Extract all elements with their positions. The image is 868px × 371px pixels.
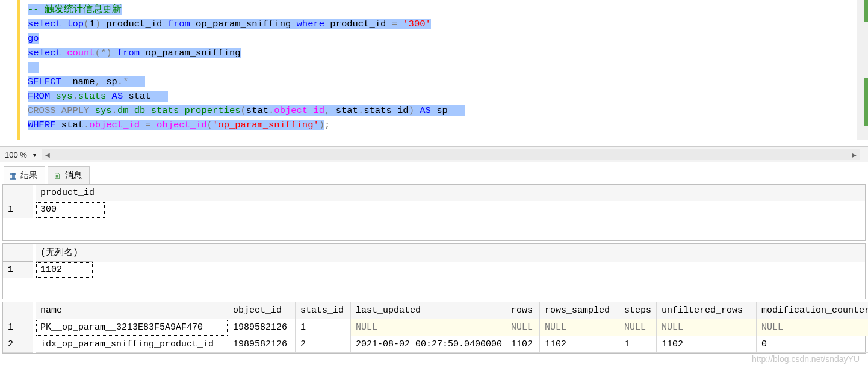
sql-editor-pane[interactable]: -- 触发统计信息更新select top(1) product_id from… bbox=[0, 0, 868, 147]
column-header[interactable]: rows bbox=[506, 302, 540, 319]
result-grid-2[interactable]: (无列名)11102 bbox=[2, 243, 866, 299]
cell[interactable]: 1 bbox=[296, 319, 351, 336]
column-header[interactable]: modification_counter bbox=[757, 302, 868, 319]
cell[interactable]: 300 bbox=[36, 201, 105, 218]
tab-label: 消息 bbox=[65, 170, 82, 181]
zoom-dropdown-icon[interactable]: ▾ bbox=[31, 152, 39, 158]
result-grid-1[interactable]: product_id1300 bbox=[2, 184, 866, 241]
column-header[interactable]: steps bbox=[619, 302, 657, 319]
grid-icon: ▦ bbox=[9, 171, 17, 180]
column-header[interactable]: rows_sampled bbox=[540, 302, 619, 319]
editor-horizontal-scrollbar[interactable]: ◀ ▶ bbox=[42, 149, 860, 160]
code-area[interactable]: -- 触发统计信息更新select top(1) product_id from… bbox=[19, 0, 868, 146]
scroll-right-icon[interactable]: ▶ bbox=[849, 149, 860, 160]
row-number[interactable]: 2 bbox=[3, 336, 33, 353]
cell[interactable]: 1102 bbox=[540, 336, 619, 353]
result-grid-3[interactable]: nameobject_idstats_idlast_updatedrowsrow… bbox=[2, 302, 866, 354]
cell[interactable]: 1 bbox=[619, 336, 657, 353]
cell[interactable]: 0 bbox=[757, 336, 868, 353]
column-header[interactable]: last_updated bbox=[351, 302, 506, 319]
column-header[interactable]: object_id bbox=[228, 302, 296, 319]
editor-gutter bbox=[0, 0, 19, 146]
cell[interactable]: PK__op_param__3213E83F5A9AF470 bbox=[36, 319, 228, 336]
cell[interactable]: NULL bbox=[506, 319, 540, 336]
cell[interactable]: 1102 bbox=[506, 336, 540, 353]
cell[interactable]: NULL bbox=[351, 319, 506, 336]
scroll-left-icon[interactable]: ◀ bbox=[42, 149, 53, 160]
column-header[interactable]: name bbox=[36, 302, 228, 319]
tab-results[interactable]: ▦ 结果 bbox=[4, 166, 45, 184]
cell[interactable]: 2 bbox=[296, 336, 351, 353]
column-header[interactable]: (无列名) bbox=[36, 244, 93, 262]
zoom-level[interactable]: 100 % bbox=[1, 150, 31, 159]
cell[interactable]: NULL bbox=[619, 319, 657, 336]
cell[interactable]: 1102 bbox=[36, 262, 93, 278]
watermark: http://blog.csdn.net/sndayYU bbox=[752, 354, 860, 356]
row-number[interactable]: 1 bbox=[3, 201, 33, 218]
tab-label: 结果 bbox=[20, 170, 37, 181]
cell[interactable]: 1989582126 bbox=[228, 319, 296, 336]
column-header[interactable]: stats_id bbox=[296, 302, 351, 319]
results-tab-bar: ▦ 结果 🗎 消息 bbox=[0, 162, 868, 184]
editor-vertical-scrollbar[interactable] bbox=[857, 0, 868, 140]
vscroll-marker bbox=[864, 78, 868, 126]
column-header[interactable]: unfiltered_rows bbox=[657, 302, 757, 319]
vscroll-marker bbox=[864, 0, 868, 22]
cell[interactable]: 1102 bbox=[657, 336, 757, 353]
tab-messages[interactable]: 🗎 消息 bbox=[48, 166, 90, 184]
column-header[interactable]: product_id bbox=[36, 185, 105, 201]
row-number[interactable]: 1 bbox=[3, 319, 33, 336]
zoom-bar: 100 % ▾ ◀ ▶ bbox=[0, 147, 868, 162]
cell[interactable]: NULL bbox=[540, 319, 619, 336]
cell[interactable]: NULL bbox=[757, 319, 868, 336]
cell[interactable]: idx_op_param_sniffing_product_id bbox=[36, 336, 228, 353]
message-icon: 🗎 bbox=[53, 171, 61, 180]
cell[interactable]: NULL bbox=[657, 319, 757, 336]
cell[interactable]: 1989582126 bbox=[228, 336, 296, 353]
row-number[interactable]: 1 bbox=[3, 262, 33, 278]
cell[interactable]: 2021-08-02 00:27:50.0400000 bbox=[351, 336, 506, 353]
